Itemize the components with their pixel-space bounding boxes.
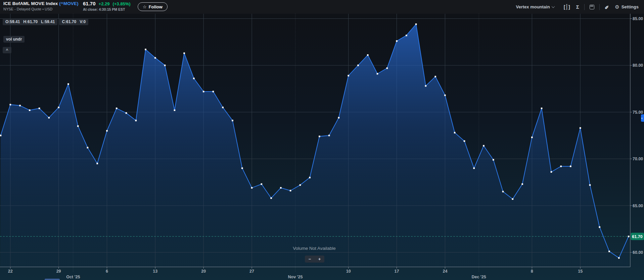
calendar-icon[interactable] (589, 4, 595, 10)
hidden-toolbar-edge (45, 279, 60, 280)
chart-region: 85.0080.0075.0070.0065.0060.002229613202… (0, 14, 644, 280)
last-price-value: 61.70 (83, 1, 96, 6)
price-tick-label: 75.00 (633, 110, 643, 115)
follow-button[interactable]: ☆ Follow (138, 2, 168, 11)
interval-settings-icon[interactable]: [┆] (563, 3, 571, 11)
date-tick-label: 15 (578, 269, 583, 274)
date-tick-label: 29 (56, 269, 61, 274)
star-icon: ☆ (143, 4, 147, 9)
toolbar-divider (599, 4, 600, 10)
chevron-left-icon: ‹ (641, 116, 643, 120)
month-tick-label: Oct '25 (66, 275, 80, 279)
gear-icon: ⚙ (615, 4, 619, 10)
chart-area-fill (1, 24, 629, 267)
date-tick-label: 6 (106, 269, 108, 274)
vol-undr-legend[interactable]: vol undr (3, 36, 25, 43)
price-tick-label: 85.00 (633, 16, 643, 21)
date-tick-label: 27 (249, 269, 254, 274)
ohlc-readout: O:59.41H:61.70L:59.41 C:61.70V:0 (3, 18, 88, 25)
at-close-note: At close: 4:30:15 PM EST (83, 7, 131, 11)
quote-title-block: ICE BofAML MOVE Index (^MOVE) NYSE - Del… (3, 1, 79, 11)
quote-subtitle: NYSE - Delayed Quote • USD (3, 7, 79, 11)
date-tick-label: 17 (395, 269, 399, 274)
chart-toolbar: Vertex mountain [┆] Σ ✎ ⚙ Settings (515, 0, 640, 14)
chevron-down-icon (551, 5, 555, 8)
price-tick-label: 70.00 (633, 157, 643, 161)
price-tick-label: 65.00 (633, 204, 643, 208)
low-value: L:59.41 (41, 19, 55, 24)
collapse-chevron-button[interactable]: ^ (3, 47, 11, 53)
volume-value: V:0 (80, 19, 86, 24)
indicators-sigma-icon[interactable]: Σ (575, 3, 580, 10)
ohlc-chip-cv: C:61.70V:0 (59, 18, 88, 25)
quote-chart-page: ICE BofAML MOVE Index (^MOVE) NYSE - Del… (0, 0, 644, 280)
month-tick-label: Dec '25 (471, 275, 486, 279)
price-tick-label: 80.00 (633, 63, 643, 68)
price-change-percent: (+3.85%) (112, 1, 130, 6)
price-chart-canvas[interactable]: 85.0080.0075.0070.0065.0060.002229613202… (0, 14, 644, 280)
zoom-in-button[interactable]: + (315, 256, 324, 263)
price-axis[interactable]: 85.0080.0075.0070.0065.0060.00 (630, 16, 643, 255)
zoom-out-button[interactable]: − (305, 256, 315, 263)
quote-price-block: 61.70 +2.29 (+3.85%) At close: 4:30:15 P… (83, 1, 131, 11)
date-tick-label: 10 (346, 269, 351, 274)
settings-button[interactable]: ⚙ Settings (614, 3, 640, 11)
high-value: H:61.70 (23, 19, 38, 24)
pencil-draw-icon[interactable]: ✎ (604, 3, 610, 11)
settings-label: Settings (622, 4, 639, 9)
date-tick-label: 13 (153, 269, 157, 274)
chart-type-dropdown[interactable]: Vertex mountain (515, 4, 555, 10)
svg-text:61.70: 61.70 (632, 234, 642, 239)
zoom-control: − + (305, 256, 324, 263)
toolbar-divider (584, 4, 585, 10)
follow-button-label: Follow (149, 4, 163, 9)
price-change: +2.29 (99, 1, 110, 6)
date-tick-label: 20 (201, 269, 206, 274)
date-tick-label: 22 (8, 269, 13, 274)
ohlc-chip-ohl: O:59.41H:61.70L:59.41 (3, 18, 57, 25)
ticker-symbol: (^MOVE) (59, 1, 78, 6)
quote-header: ICE BofAML MOVE Index (^MOVE) NYSE - Del… (0, 0, 644, 14)
date-tick-label: 8 (531, 269, 533, 274)
month-tick-label: Nov '25 (288, 275, 303, 279)
volume-not-available-note: Volume Not Available (281, 246, 348, 251)
chart-type-label: Vertex mountain (516, 4, 550, 9)
price-tick-label: 60.00 (633, 250, 643, 255)
page-title: ICE BofAML MOVE Index (^MOVE) (3, 1, 79, 6)
panel-expand-tab[interactable]: ‹ (641, 114, 644, 122)
open-value: O:59.41 (5, 19, 20, 24)
date-tick-label: 24 (443, 269, 447, 274)
close-value: C:61.70 (62, 19, 76, 24)
last-price-badge: 61.70 (631, 233, 644, 240)
